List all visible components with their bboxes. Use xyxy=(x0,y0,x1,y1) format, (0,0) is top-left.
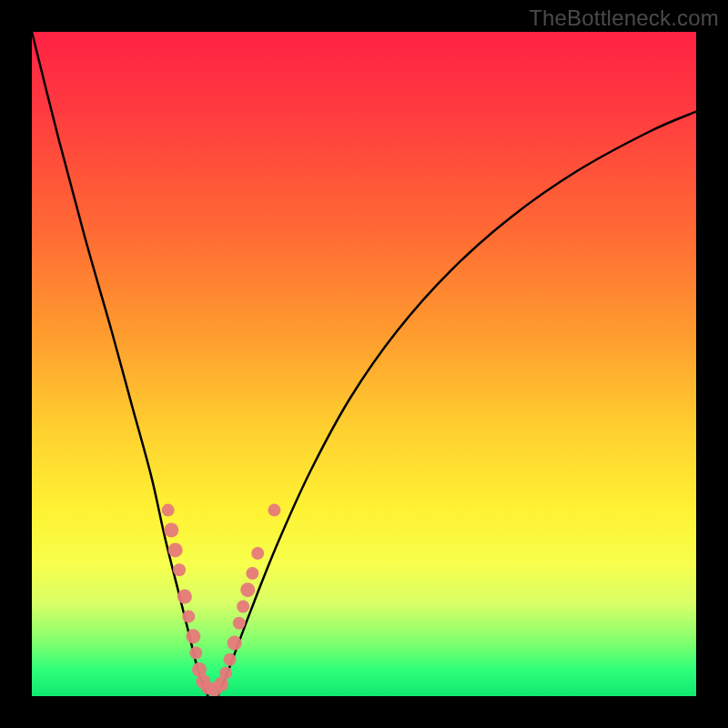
data-marker xyxy=(251,547,264,560)
data-marker xyxy=(219,666,232,679)
chart-frame: TheBottleneck.com xyxy=(0,0,728,728)
data-marker xyxy=(162,504,175,517)
data-marker xyxy=(224,653,237,666)
data-marker xyxy=(177,590,192,604)
data-marker xyxy=(240,582,255,597)
data-marker xyxy=(233,617,246,630)
marker-layer xyxy=(162,504,281,696)
data-marker xyxy=(182,610,195,622)
data-marker xyxy=(268,504,280,517)
data-marker xyxy=(189,647,202,660)
data-marker xyxy=(237,600,249,612)
data-marker xyxy=(164,523,178,538)
watermark-text: TheBottleneck.com xyxy=(529,5,719,31)
data-marker xyxy=(186,629,200,643)
data-marker xyxy=(228,636,242,651)
data-marker xyxy=(246,567,258,580)
plot-area xyxy=(32,32,696,696)
curve-svg xyxy=(32,32,696,696)
curve-right xyxy=(217,112,696,696)
data-marker xyxy=(173,563,186,576)
data-marker xyxy=(168,542,183,557)
